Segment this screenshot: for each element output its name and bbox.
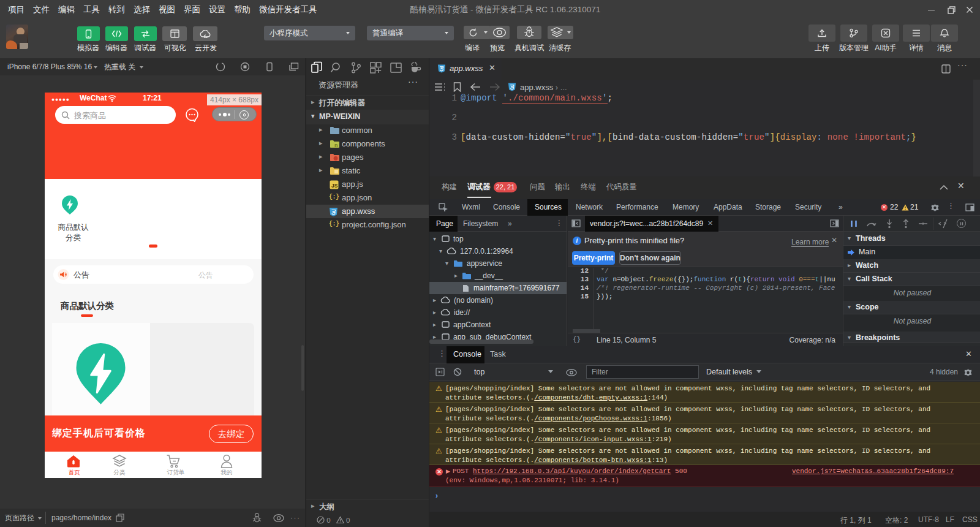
svg-text:n: n [334,142,338,148]
svg-text:JS: JS [331,183,338,189]
